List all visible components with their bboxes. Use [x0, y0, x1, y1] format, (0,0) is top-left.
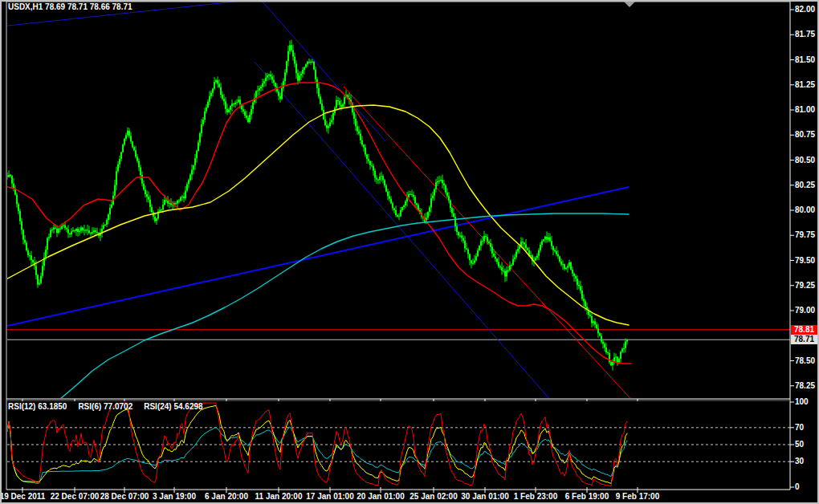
time-axis-label: 1 Feb 23:00 [514, 492, 557, 501]
time-axis-label: 20 Jan 01:00 [357, 492, 405, 501]
rsi-label: RSI(12) 63.1850 [8, 402, 67, 411]
price-axis-label: 79.00 [795, 306, 815, 315]
chart-window: USDX,H1 78.69 78.71 78.66 78.71 RSI(12) … [0, 0, 819, 504]
price-axis-label: 78.50 [795, 356, 815, 365]
rsi-axis-label: 0 [795, 482, 800, 491]
time-axis-label: 6 Jan 20:00 [205, 492, 248, 501]
main-chart-area [0, 0, 790, 413]
rsi-24-line [4, 403, 627, 483]
time-axis-label: 17 Jan 01:00 [306, 492, 354, 501]
price-axis-label: 80.00 [795, 205, 815, 214]
candlestick-series [3, 40, 628, 371]
rsi-label: RSI(24) 54.6298 [144, 402, 202, 411]
price-axis-label: 81.50 [795, 55, 815, 64]
rsi-indicator-labels: RSI(12) 63.1850RSI(6) 77.0702RSI(24) 54.… [8, 402, 203, 411]
ma-fast-red [0, 83, 631, 364]
price-axis-label: 79.75 [795, 230, 815, 239]
chart-title: USDX,H1 78.69 78.71 78.66 78.71 [8, 2, 132, 11]
time-axis-label: 25 Jan 02:00 [410, 492, 458, 501]
price-axis-label: 81.00 [795, 105, 815, 114]
price-axis-label: 79.25 [795, 281, 815, 290]
time-axis-label: 28 Dec 07:00 [100, 492, 149, 501]
last-bar-marker-icon[interactable] [624, 2, 635, 7]
trendline-rising-support [0, 187, 629, 327]
time-axis-label: 30 Jan 01:00 [461, 492, 509, 501]
rsi-label: RSI(6) 77.0702 [78, 402, 132, 411]
price-axis-label: 80.25 [795, 181, 815, 189]
plot-frame [6, 2, 794, 493]
time-axis-label: 6 Feb 19:00 [565, 492, 609, 501]
price-axis-label: 82.00 [795, 5, 815, 14]
price-axis-label: 78.25 [795, 381, 815, 390]
price-axis-label: 80.50 [795, 156, 815, 165]
rsi-axis-label: 50 [795, 440, 804, 449]
price-axis-label: 79.50 [795, 256, 815, 265]
price-axis-label: 80.75 [795, 130, 815, 139]
time-axis-label: 22 Dec 07:00 [51, 492, 100, 501]
price-axis-label: 81.75 [795, 30, 815, 39]
ma-slow-yellow [0, 105, 629, 325]
chart-plot [0, 0, 819, 504]
rsi-axis-label: 30 [795, 457, 804, 465]
rsi-axis-label: 70 [795, 423, 804, 432]
rsi-axis-label: 100 [795, 397, 809, 406]
rsi-panel-area [4, 403, 790, 486]
time-axis-label: 9 Feb 17:00 [616, 492, 659, 501]
time-axis-label: 11 Jan 20:00 [255, 492, 303, 501]
time-axis-label: 19 Dec 2011 [0, 492, 45, 501]
bid-price-tag: 78.71 [791, 335, 817, 344]
time-axis-label: 3 Jan 19:00 [153, 492, 196, 501]
trendline-descending-1 [255, 0, 385, 141]
trendline-descending-2 [255, 62, 551, 400]
price-axis-label: 81.25 [795, 80, 815, 89]
hline-price-tag[interactable]: 78.81 [791, 325, 817, 335]
